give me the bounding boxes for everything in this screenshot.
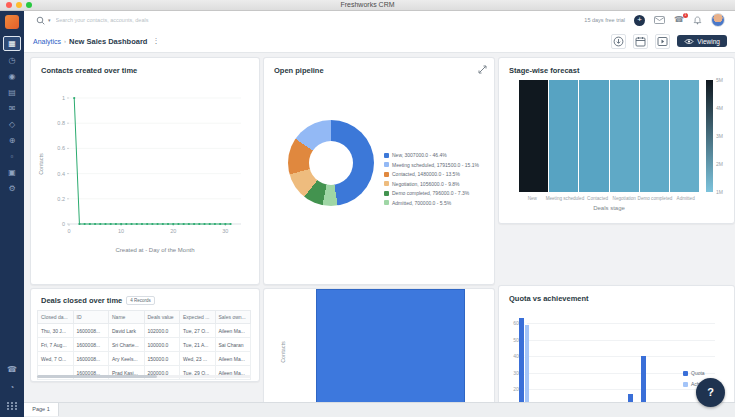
email-icon[interactable]: [654, 16, 665, 24]
svg-text:20: 20: [170, 228, 176, 234]
legend-swatch: [384, 181, 389, 186]
table-row[interactable]: Thu, 30 J...1600008...David Lark102000.0…: [38, 324, 251, 338]
sidebar-item-accounts-icon[interactable]: ▤: [4, 86, 20, 99]
gridline: [527, 356, 715, 357]
export-button[interactable]: [611, 34, 626, 49]
expand-icon[interactable]: [478, 65, 487, 74]
gridline: [527, 340, 715, 341]
sidebar-item-settings-icon[interactable]: ⚙: [4, 182, 20, 195]
table-cell: Ary Keels...: [109, 352, 145, 366]
legend-swatch: [384, 162, 389, 167]
date-range-button[interactable]: [633, 34, 648, 49]
notifications-bell-icon[interactable]: [693, 16, 702, 25]
donut-chart[interactable]: [288, 120, 374, 206]
line-chart[interactable]: 00.20.40.60.810102030ContactsCreated at …: [33, 74, 257, 270]
phone-notification-badge: 1: [683, 13, 688, 18]
dashboard-pages-bar: Page 1: [24, 402, 735, 417]
line-chart-canvas[interactable]: 00.20.40.60.810102030ContactsCreated at …: [33, 74, 257, 270]
sidebar-item-activities-icon[interactable]: ◷: [4, 54, 20, 67]
sidebar-apps-waffle-icon[interactable]: [4, 400, 20, 411]
dashboard-header: Analytics › New Sales Dashboard ⋮: [24, 30, 735, 53]
column-header[interactable]: Sales own...: [215, 311, 251, 324]
sidebar-item-dashboard-icon[interactable]: ▦: [3, 36, 21, 51]
card-contacts-created-over-time: Contacts created over time 00.20.40.60.8…: [30, 57, 260, 285]
heatmap-column-meeting-scheduled[interactable]: [549, 80, 579, 192]
table-cell: Tue, 21 A...: [180, 338, 216, 352]
column-header[interactable]: Deals value: [144, 311, 180, 324]
heatmap-column-new[interactable]: [519, 80, 549, 192]
scrollbar-thumb[interactable]: [37, 375, 157, 378]
column-header[interactable]: Closed da...: [38, 311, 74, 324]
svg-text:Contacts: Contacts: [38, 153, 44, 175]
page-title: New Sales Dashboard: [69, 37, 147, 46]
table-row[interactable]: Wed, 7 O...1600008...Ary Keels...150000.…: [38, 352, 251, 366]
heatmap-column-contacted[interactable]: [579, 80, 609, 192]
table-cell: Wed, 23 ...: [180, 352, 216, 366]
legend-item[interactable]: Quota: [683, 370, 720, 376]
sidebar-item-documents-icon[interactable]: ▣: [4, 166, 20, 179]
bar-achievement-1[interactable]: [525, 325, 530, 403]
column-header[interactable]: Expected ...: [180, 311, 216, 324]
heatmap-colorbar: [706, 80, 713, 192]
viewing-button-label: Viewing: [697, 38, 720, 45]
sidebar-phone-icon[interactable]: ☎: [4, 364, 20, 375]
legend-item[interactable]: Negotiation, 1056000.0 - 9.8%: [384, 181, 479, 187]
freshworks-logo-icon[interactable]: [5, 15, 19, 29]
heatmap-column-negotiation[interactable]: [610, 80, 640, 192]
search-input[interactable]: [54, 16, 208, 24]
legend-item[interactable]: Admitted, 700000.0 - 5.5%: [384, 200, 479, 206]
sidebar-item-contacts-icon[interactable]: ◉: [4, 70, 20, 83]
card-deals-closed-over-time: Deals closed over time 4 Records Closed …: [30, 288, 260, 382]
table-horizontal-scrollbar[interactable]: [37, 375, 251, 378]
deals-table: Closed da...IDNameDeals valueExpected ..…: [37, 310, 251, 380]
table-row[interactable]: Fri, 7 Aug...1600008...Sri Charte...1000…: [38, 338, 251, 352]
bar[interactable]: [316, 289, 465, 403]
colorbar-tick: 5M: [716, 77, 723, 83]
legend-item[interactable]: Contacted, 1480000.0 - 13.5%: [384, 171, 479, 177]
eye-icon: [684, 38, 694, 45]
legend-item[interactable]: Demo completed, 796000.0 - 7.3%: [384, 190, 479, 196]
heatmap-x-tick: Admitted: [672, 196, 699, 201]
legend-label: Meeting scheduled, 1791500.0 - 15.1%: [392, 162, 479, 168]
table-cell: Aileen Ma...: [215, 324, 251, 338]
breadcrumb-analytics-link[interactable]: Analytics: [33, 38, 61, 45]
sidebar-item-products-icon[interactable]: ▫: [4, 150, 20, 163]
dashboard-options-kebab-icon[interactable]: ⋮: [152, 37, 159, 45]
legend-label: Admitted, 700000.0 - 5.5%: [392, 200, 451, 206]
legend-item[interactable]: New, 3007000.0 - 46.4%: [384, 152, 479, 158]
sidebar-item-deals-icon[interactable]: ◇: [4, 118, 20, 131]
chart-title: Open pipeline: [264, 58, 494, 75]
column-header[interactable]: ID: [73, 311, 109, 324]
svg-text:0.4: 0.4: [57, 171, 65, 177]
quick-add-button[interactable]: +: [634, 15, 645, 26]
freshworks-crm-window: { "window": { "title": "Freshworks CRM" …: [0, 0, 735, 417]
card-stage-wise-forecast: Stage-wise forecast 5M4M3M2M1M NewMeetin…: [498, 57, 735, 224]
table-cell: Fri, 7 Aug...: [38, 338, 74, 352]
sidebar-help-icon[interactable]: ◔: [4, 382, 20, 393]
heatmap-column-demo-completed[interactable]: [640, 80, 670, 192]
gridline: [527, 389, 715, 390]
legend-swatch: [384, 200, 389, 205]
export-icon: [613, 36, 624, 47]
search-scope-caret-icon[interactable]: ▾: [48, 17, 51, 23]
bar-quota-1[interactable]: [519, 318, 524, 403]
page-tab[interactable]: Page 1: [24, 403, 59, 416]
sidebar-item-conversations-icon[interactable]: ✉: [4, 102, 20, 115]
bar-quota-3[interactable]: [641, 356, 646, 403]
present-button[interactable]: [655, 34, 670, 49]
viewing-button[interactable]: Viewing: [677, 35, 727, 47]
heatmap-column-admitted[interactable]: [670, 80, 699, 192]
y-axis-label: Contacts: [280, 332, 286, 372]
svg-text:Created at - Day of the Month: Created at - Day of the Month: [115, 247, 194, 253]
legend-item[interactable]: Meeting scheduled, 1791500.0 - 15.1%: [384, 162, 479, 168]
legend-swatch: [384, 172, 389, 177]
legend-label: Demo completed, 796000.0 - 7.3%: [392, 190, 469, 196]
help-button[interactable]: ?: [696, 378, 725, 407]
column-header[interactable]: Name: [109, 311, 145, 324]
user-avatar[interactable]: [711, 13, 725, 27]
legend-swatch: [683, 371, 688, 376]
sidebar-item-campaigns-icon[interactable]: ⊕: [4, 134, 20, 147]
heatmap-plot[interactable]: [519, 80, 699, 192]
phone-icon[interactable]: ☎ 1: [674, 16, 684, 24]
global-search[interactable]: ▾: [36, 16, 208, 25]
